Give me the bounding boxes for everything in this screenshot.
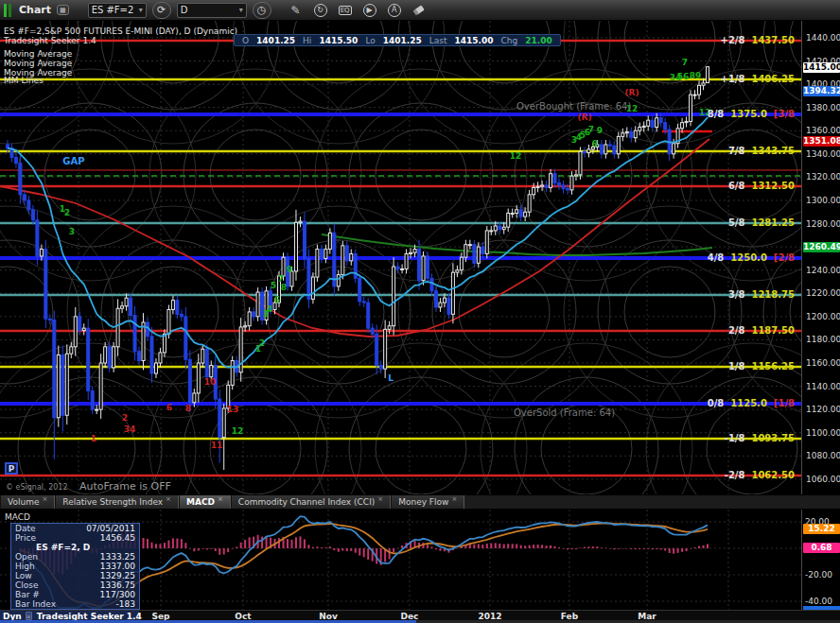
- tab-volume[interactable]: Volume×: [0, 495, 55, 509]
- mm-level-row: +1/81406.25: [716, 74, 795, 84]
- close-icon[interactable]: ×: [451, 495, 457, 503]
- mm-level-row: 5/81281.25: [716, 217, 795, 228]
- macd-axis-label: -20.00: [805, 570, 832, 580]
- svg-text:(R): (R): [577, 112, 591, 122]
- svg-text:34: 34: [124, 424, 136, 434]
- svg-text:1: 1: [91, 434, 96, 443]
- main-chart-canvas[interactable]: 1231212345678912345678912123456789123468…: [0, 21, 801, 494]
- redo-icon[interactable]: ↻: [311, 2, 330, 19]
- moving-averages: [0, 139, 712, 337]
- svg-text:10: 10: [204, 377, 217, 387]
- tab-macd[interactable]: MACD×: [179, 495, 231, 509]
- data-window-row: Bar #117/300: [11, 590, 139, 599]
- tab-money-flow[interactable]: Money Flow×: [391, 495, 464, 509]
- status-icon[interactable]: ≡: [26, 612, 32, 620]
- svg-text:5: 5: [271, 281, 276, 290]
- toolbar: Chart ▦ ES #F=2▾ ⟳ D▾ ◷ ✎ ↻ EQ ▶ A: [0, 0, 840, 21]
- svg-text:8: 8: [281, 283, 287, 292]
- data-window-row: Price1456.45: [11, 533, 139, 543]
- interval-select[interactable]: D▾: [177, 3, 247, 18]
- chevron-down-icon: ▾: [239, 6, 243, 14]
- symbol-settings-icon[interactable]: ⟳: [152, 2, 171, 19]
- price-axis-label: 1240.00: [806, 266, 840, 275]
- quote-label: Hi: [303, 36, 311, 45]
- page-badge[interactable]: P: [5, 462, 18, 475]
- price-axis-label: 1280.00: [806, 219, 840, 229]
- svg-text:12: 12: [232, 426, 244, 436]
- price-axis-label: 1180.00: [806, 335, 840, 344]
- price-axis-label: 1100.00: [806, 428, 840, 438]
- status-indicator-name: Tradesight Seeker 1.4: [37, 612, 142, 621]
- time-axis-row: Dyn ≡ Tradesight Seeker 1.4 SepOctNovDec…: [0, 610, 840, 620]
- price-axis-label: 1380.00: [806, 103, 840, 112]
- price-axis-label: 1140.00: [806, 382, 840, 391]
- close-icon[interactable]: ×: [42, 495, 47, 503]
- data-window-row: ES #F=2, D: [11, 543, 139, 552]
- svg-text:89: 89: [690, 71, 702, 80]
- draw-pencil-icon[interactable]: ✎: [287, 2, 306, 19]
- indicator-label: Tradesight Seeker 1.4: [4, 36, 96, 45]
- eraser-icon[interactable]: [410, 2, 429, 19]
- chevron-down-icon: ▾: [139, 6, 143, 14]
- price-chart: 1231212345678912345678912123456789123468…: [0, 21, 801, 494]
- price-axis-label: 1200.00: [806, 312, 840, 321]
- macd-axis[interactable]: 20.00-20.00-40.0015.220.68: [801, 510, 840, 610]
- macd-panel[interactable]: MACD Date07/05/2011Price1456.45ES #F=2, …: [0, 510, 801, 610]
- macd-tag: 15.22: [803, 524, 840, 534]
- price-axis-label: 1440.00: [806, 33, 840, 43]
- play-icon[interactable]: ▶: [360, 2, 379, 19]
- price-axis-label: 1060.00: [806, 475, 840, 484]
- dynamic-mode-label: Dyn: [3, 612, 22, 621]
- tab-commodity-channel-index-cci-[interactable]: Commodity Channel Index (CCI)×: [231, 495, 391, 509]
- svg-text:GAP: GAP: [62, 156, 84, 166]
- quote-label: O: [242, 36, 249, 45]
- svg-text:2: 2: [259, 338, 265, 348]
- mm-level-row: 8/81375.0[3/8: [695, 109, 795, 119]
- svg-text:12: 12: [510, 151, 522, 161]
- quote-value: 1415.50: [319, 36, 358, 45]
- svg-text:8: 8: [592, 139, 598, 148]
- macd-axis-label: -40.00: [805, 597, 832, 606]
- indicator-label: Moving Average: [4, 49, 72, 59]
- mm-level-row: -1/81093.75: [716, 433, 795, 443]
- svg-text:2: 2: [64, 208, 70, 217]
- mm-level-row: 6/81312.50: [716, 181, 795, 191]
- close-icon[interactable]: ×: [377, 495, 383, 503]
- overbought-label: OverBought (Frame: 64): [516, 101, 631, 112]
- window-badge-icon[interactable]: ▦: [57, 5, 69, 15]
- quote-value: 21.00: [525, 36, 551, 45]
- window-title: Chart: [19, 4, 51, 16]
- autoframe-status: AutoFrame is OFF: [79, 480, 171, 493]
- svg-text:8: 8: [185, 404, 191, 413]
- price-axis-label: 1300.00: [806, 196, 840, 205]
- data-window-row: Close1336.75: [11, 580, 139, 590]
- quote-label: Last: [429, 36, 447, 45]
- mm-level-row: 0/81125.0[1/8: [695, 398, 795, 408]
- svg-text:4: 4: [267, 304, 272, 314]
- macd-tag: 0.68: [803, 543, 840, 553]
- close-icon[interactable]: ×: [218, 495, 223, 503]
- price-tag: 1260.49: [803, 242, 840, 252]
- svg-text:(R): (R): [624, 88, 639, 97]
- close-icon[interactable]: ×: [166, 495, 171, 503]
- quote-value: 1415.00: [455, 36, 494, 45]
- symbol-select[interactable]: ES #F=2▾: [88, 3, 147, 18]
- macd-title: MACD: [5, 512, 30, 522]
- svg-text:56: 56: [677, 72, 690, 81]
- price-axis-label: 1340.00: [806, 149, 840, 159]
- svg-text:13: 13: [227, 405, 239, 414]
- svg-text:9: 9: [597, 126, 603, 135]
- time-icon[interactable]: ◷: [253, 2, 271, 19]
- price-axis[interactable]: 1440.001420.001400.001380.001360.001340.…: [801, 21, 840, 494]
- svg-text:6: 6: [274, 295, 280, 304]
- svg-text:7: 7: [588, 125, 594, 134]
- auto-icon[interactable]: A: [385, 2, 404, 19]
- mm-level-row: 1/81156.25: [716, 361, 795, 372]
- quote-bar: O1401.25Hi1415.50Lo1401.25Last1415.00Chg…: [234, 34, 561, 46]
- mm-level-row: 4/81250.0[2/8: [695, 252, 795, 263]
- mm-level-row: 2/81187.50: [716, 325, 795, 336]
- quote-box-icon[interactable]: EQ: [336, 2, 355, 19]
- data-window: Date07/05/2011Price1456.45ES #F=2, DOpen…: [10, 523, 140, 610]
- tab-relative-strength-index[interactable]: Relative Strength Index×: [55, 495, 179, 509]
- price-tag: 1351.08: [803, 136, 840, 147]
